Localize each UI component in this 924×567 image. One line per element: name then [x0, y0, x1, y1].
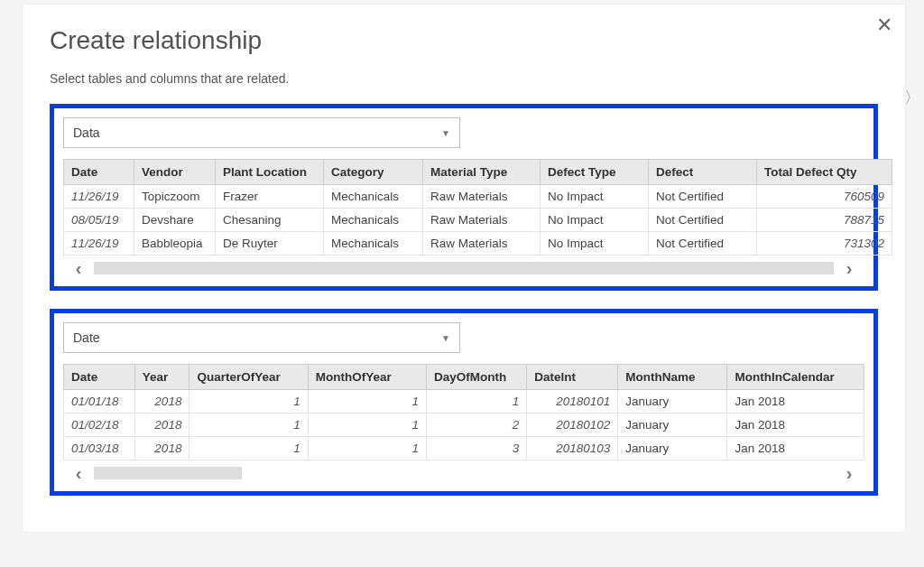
- cell: 1: [427, 390, 527, 414]
- cell: 2: [427, 414, 527, 437]
- first-table: Date Vendor Plant Location Category Mate…: [63, 159, 892, 256]
- column-header[interactable]: MonthInCalendar: [727, 365, 864, 390]
- cell: 1: [189, 414, 308, 437]
- table-row[interactable]: 01/01/18 2018 1 1 1 20180101 January Jan…: [64, 390, 864, 414]
- cell: Not Certified: [649, 209, 757, 232]
- cell: 2018: [134, 437, 189, 460]
- cell: Raw Materials: [423, 209, 541, 232]
- background-arrow-icon: 〉: [904, 87, 920, 108]
- cell: No Impact: [541, 185, 649, 209]
- cell: 20180102: [527, 414, 618, 437]
- table-row[interactable]: 01/03/18 2018 1 1 3 20180103 January Jan…: [64, 437, 864, 460]
- column-header[interactable]: Total Defect Qty: [757, 160, 892, 185]
- cell: January: [618, 437, 727, 460]
- cell: Raw Materials: [423, 185, 541, 209]
- cell: 20180103: [527, 437, 618, 460]
- cell: Mechanicals: [324, 185, 423, 209]
- second-table-selector-label: Date: [73, 330, 100, 345]
- dialog-title: Create relationship: [50, 26, 878, 55]
- scroll-right-icon[interactable]: ›: [834, 463, 864, 484]
- column-header[interactable]: MonthOfYear: [308, 365, 426, 390]
- column-header[interactable]: Vendor: [134, 160, 216, 185]
- cell: Devshare: [134, 209, 216, 232]
- cell: Frazer: [216, 185, 324, 209]
- cell: 01/02/18: [64, 414, 135, 437]
- cell: Mechanicals: [324, 232, 423, 256]
- cell: Mechanicals: [324, 209, 423, 232]
- cell: 731302: [757, 232, 892, 256]
- cell: No Impact: [541, 209, 649, 232]
- cell: 760509: [757, 185, 892, 209]
- cell: 1: [189, 390, 308, 414]
- scroll-left-icon[interactable]: ‹: [63, 463, 94, 484]
- cell: No Impact: [541, 232, 649, 256]
- cell: January: [618, 390, 727, 414]
- column-header[interactable]: Year: [134, 365, 189, 390]
- cell: 1: [189, 437, 308, 460]
- table-header-row: Date Vendor Plant Location Category Mate…: [64, 160, 892, 185]
- cell: 11/26/19: [64, 232, 134, 256]
- scroll-left-icon[interactable]: ‹: [63, 258, 94, 279]
- column-header[interactable]: MonthName: [618, 365, 727, 390]
- cell: 2018: [134, 390, 189, 414]
- cell: 788715: [757, 209, 892, 232]
- column-header[interactable]: Date: [64, 365, 135, 390]
- horizontal-scroll[interactable]: ‹ ›: [63, 257, 864, 279]
- cell: 08/05/19: [64, 209, 134, 232]
- first-table-selector-label: Data: [73, 125, 100, 140]
- table-header-row: Date Year QuarterOfYear MonthOfYear DayO…: [64, 365, 864, 390]
- scroll-track[interactable]: [94, 467, 834, 479]
- cell: Topiczoom: [134, 185, 216, 209]
- column-header[interactable]: Category: [324, 160, 423, 185]
- cell: Jan 2018: [727, 390, 864, 414]
- horizontal-scroll[interactable]: ‹ ›: [63, 462, 864, 484]
- chevron-down-icon: ▼: [441, 333, 450, 343]
- column-header[interactable]: Date: [64, 160, 134, 185]
- column-header[interactable]: QuarterOfYear: [189, 365, 308, 390]
- scroll-track[interactable]: [94, 262, 834, 274]
- column-header[interactable]: Defect: [649, 160, 757, 185]
- cell: De Ruyter: [216, 232, 324, 256]
- column-header[interactable]: Plant Location: [216, 160, 324, 185]
- cell: 01/01/18: [64, 390, 135, 414]
- cell: Jan 2018: [727, 414, 864, 437]
- cell: 11/26/19: [64, 185, 134, 209]
- cell: 2018: [134, 414, 189, 437]
- first-table-section: Data ▼ Date Vendor Plant Location Catego…: [50, 104, 878, 291]
- column-header[interactable]: DayOfMonth: [427, 365, 527, 390]
- cell: Raw Materials: [423, 232, 541, 256]
- table-row[interactable]: 11/26/19 Babbleopia De Ruyter Mechanical…: [64, 232, 892, 256]
- second-table: Date Year QuarterOfYear MonthOfYear DayO…: [63, 364, 864, 460]
- close-icon[interactable]: ✕: [876, 14, 892, 37]
- cell: 3: [427, 437, 527, 460]
- cell: Babbleopia: [134, 232, 216, 256]
- table-row[interactable]: 01/02/18 2018 1 1 2 20180102 January Jan…: [64, 414, 864, 437]
- second-table-selector[interactable]: Date ▼: [63, 322, 460, 353]
- cell: 1: [308, 390, 426, 414]
- cell: Jan 2018: [727, 437, 864, 460]
- table-row[interactable]: 11/26/19 Topiczoom Frazer Mechanicals Ra…: [64, 185, 892, 209]
- cell: Not Certified: [649, 232, 757, 256]
- cell: 1: [308, 414, 426, 437]
- dialog-subtitle: Select tables and columns that are relat…: [50, 71, 878, 86]
- cell: 20180101: [527, 390, 618, 414]
- column-header[interactable]: DateInt: [527, 365, 618, 390]
- cell: 01/03/18: [64, 437, 135, 460]
- second-table-section: Date ▼ Date Year QuarterOfYear MonthOfYe…: [50, 309, 878, 496]
- table-row[interactable]: 08/05/19 Devshare Chesaning Mechanicals …: [64, 209, 892, 232]
- cell: Not Certified: [649, 185, 757, 209]
- first-table-selector[interactable]: Data ▼: [63, 117, 460, 148]
- chevron-down-icon: ▼: [441, 128, 450, 138]
- scroll-right-icon[interactable]: ›: [834, 258, 864, 279]
- column-header[interactable]: Defect Type: [541, 160, 649, 185]
- cell: 1: [308, 437, 426, 460]
- cell: January: [618, 414, 727, 437]
- column-header[interactable]: Material Type: [423, 160, 541, 185]
- cell: Chesaning: [216, 209, 324, 232]
- create-relationship-dialog: ✕ Create relationship Select tables and …: [22, 4, 906, 533]
- scroll-thumb[interactable]: [94, 467, 242, 479]
